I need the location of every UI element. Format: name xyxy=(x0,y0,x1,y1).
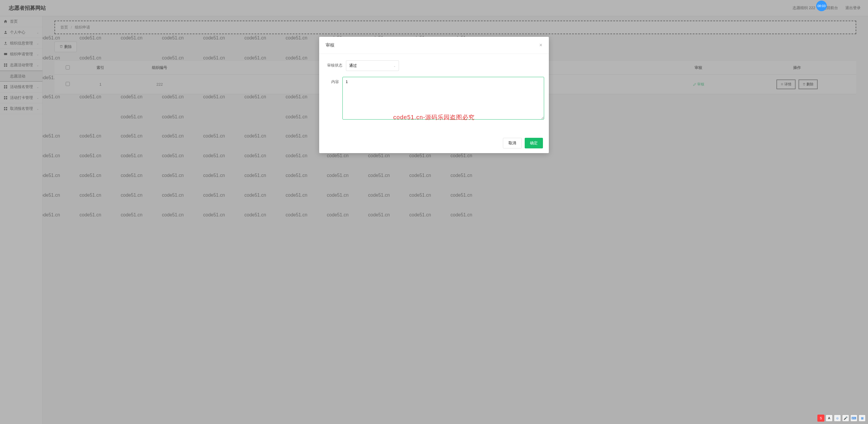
content-label: 内容 xyxy=(324,77,342,121)
time-badge: 08:03 xyxy=(816,1,827,11)
cancel-button[interactable]: 取消 xyxy=(503,138,522,148)
chevron-down-icon: ⌄ xyxy=(393,64,396,67)
status-label: 审核状态 xyxy=(324,60,346,71)
confirm-button[interactable]: 确定 xyxy=(525,138,543,148)
ime-emoji-icon[interactable]: ☺ xyxy=(834,415,841,422)
modal-title: 审核 xyxy=(326,42,335,48)
modal-close-button[interactable]: × xyxy=(539,42,542,48)
status-select[interactable]: 通过 ⌄ xyxy=(346,60,399,71)
ime-lang-toggle[interactable]: A xyxy=(826,415,833,422)
ime-keyboard-icon[interactable]: ⌨ xyxy=(850,415,858,422)
ime-mic-icon[interactable]: 🎤 xyxy=(842,415,849,422)
review-modal: 审核 × 审核状态 通过 ⌄ 内容 取消 确定 xyxy=(319,37,549,153)
ime-menu-icon[interactable]: ⊞ xyxy=(859,415,866,422)
ime-sogou-icon[interactable]: S xyxy=(817,415,825,422)
content-textarea[interactable] xyxy=(342,77,544,120)
ime-toolbar: S A ☺ 🎤 ⌨ ⊞ xyxy=(817,415,866,422)
status-value: 通过 xyxy=(349,63,357,68)
